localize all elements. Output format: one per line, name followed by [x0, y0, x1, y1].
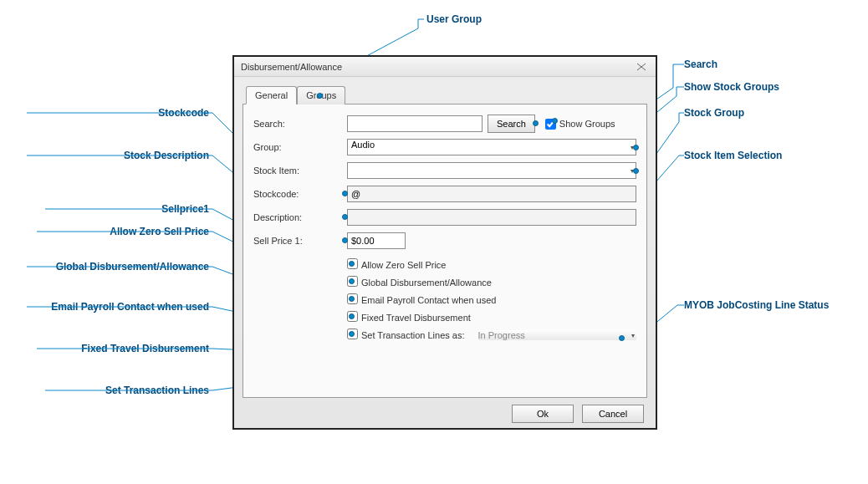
- marker-email-payroll: [349, 296, 355, 302]
- marker-description: [342, 214, 348, 220]
- chevron-down-icon: ▾: [631, 331, 635, 339]
- marker-myob: [619, 335, 625, 341]
- marker-stock-group: [633, 145, 639, 150]
- txn-status-combo[interactable]: In Progress ▾: [478, 330, 636, 340]
- window-title: Disbursement/Allowance: [241, 62, 342, 72]
- label-group: Group:: [253, 142, 347, 152]
- search-input[interactable]: [347, 115, 483, 132]
- check-fixed-travel-row: Fixed Travel Disbursement: [347, 311, 636, 324]
- search-button[interactable]: Search: [488, 115, 535, 133]
- row-group: Group: Audio ▾: [253, 138, 636, 156]
- callout-stockcode: Stockcode: [67, 107, 209, 119]
- show-groups-label: Show Groups: [559, 119, 615, 129]
- sell-price-input[interactable]: [347, 232, 406, 249]
- marker-stockcode: [342, 191, 348, 196]
- callout-myob-status: MYOB JobCosting Line Status: [684, 299, 829, 311]
- callout-sellprice1: Sellprice1: [67, 203, 209, 215]
- allow-zero-label: Allow Zero Sell Price: [361, 260, 446, 270]
- marker-user-group: [317, 93, 323, 99]
- marker-sellprice: [342, 237, 348, 243]
- label-description: Description:: [253, 212, 347, 222]
- row-description: Description:: [253, 208, 636, 227]
- row-stockcode: Stockcode:: [253, 185, 636, 203]
- callout-stock-description: Stock Description: [67, 150, 209, 161]
- row-stock-item: Stock Item: ▾: [253, 161, 636, 180]
- check-set-txn-lines-row: Set Transaction Lines as: In Progress ▾: [347, 329, 636, 341]
- stock-item-combo[interactable]: ▾: [347, 162, 636, 179]
- general-panel: Search: Search Show Groups Group: Audio …: [243, 104, 647, 398]
- description-field: [347, 209, 636, 226]
- row-sell-price: Sell Price 1:: [253, 232, 636, 250]
- callout-email-payroll: Email Payroll Contact when used: [17, 301, 209, 313]
- callout-fixed-travel: Fixed Travel Disbursement: [33, 343, 209, 354]
- callout-show-stock-groups: Show Stock Groups: [684, 81, 779, 93]
- tab-general[interactable]: General: [246, 86, 297, 104]
- label-search: Search:: [253, 119, 347, 129]
- ok-button[interactable]: Ok: [512, 405, 574, 423]
- callout-stock-group: Stock Group: [684, 107, 744, 119]
- set-txn-lines-label: Set Transaction Lines as:: [361, 330, 465, 340]
- marker-show-groups: [552, 118, 558, 124]
- marker-global-disb: [349, 278, 355, 284]
- check-global-disb-row: Global Disbursement/Allowance: [347, 276, 636, 288]
- callout-allow-zero: Allow Zero Sell Price: [67, 226, 209, 237]
- group-combo[interactable]: Audio ▾: [347, 139, 636, 155]
- disbursement-dialog: Disbursement/Allowance General Groups Se…: [232, 55, 657, 430]
- callout-stock-item-selection: Stock Item Selection: [684, 150, 782, 161]
- row-search: Search: Search Show Groups: [253, 115, 636, 133]
- check-email-payroll-row: Email Payroll Contact when used: [347, 293, 636, 306]
- titlebar: Disbursement/Allowance: [234, 57, 656, 77]
- cancel-button[interactable]: Cancel: [582, 405, 644, 423]
- label-stock-item: Stock Item:: [253, 166, 347, 176]
- callout-search: Search: [684, 59, 717, 70]
- fixed-travel-label: Fixed Travel Disbursement: [361, 313, 471, 323]
- group-value: Audio: [351, 140, 375, 150]
- tabstrip: General Groups: [246, 86, 647, 104]
- button-bar: Ok Cancel: [234, 405, 656, 431]
- marker-set-txn: [349, 331, 355, 337]
- stockcode-field: [347, 186, 636, 202]
- callout-set-txn-lines: Set Transaction Lines: [50, 385, 209, 396]
- label-sell-price: Sell Price 1:: [253, 236, 347, 246]
- label-stockcode: Stockcode:: [253, 189, 347, 199]
- close-icon[interactable]: [634, 61, 649, 73]
- email-payroll-label: Email Payroll Contact when used: [361, 295, 496, 305]
- callout-global-disb: Global Disbursement/Allowance: [17, 261, 209, 273]
- txn-status-value: In Progress: [478, 330, 525, 340]
- marker-stock-item: [633, 168, 639, 174]
- marker-allow-zero: [349, 261, 355, 267]
- callout-user-group: User Group: [426, 13, 482, 25]
- check-allow-zero-row: Allow Zero Sell Price: [347, 258, 636, 271]
- marker-fixed-travel: [349, 313, 355, 319]
- global-disb-label: Global Disbursement/Allowance: [361, 278, 492, 288]
- marker-search: [533, 120, 539, 126]
